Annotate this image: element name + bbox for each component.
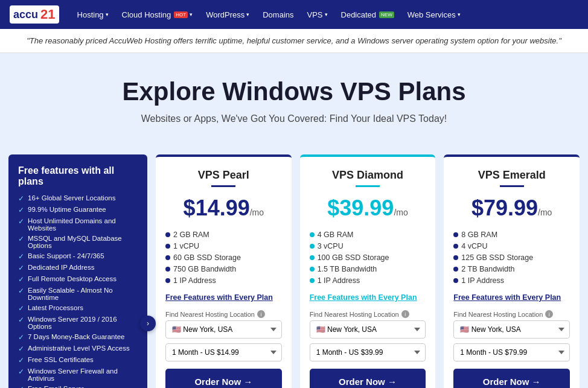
list-item: Free SSL Certificates bbox=[18, 356, 138, 364]
list-item: Host Unlimited Domains and Websites bbox=[18, 217, 138, 232]
dot-icon bbox=[165, 244, 170, 249]
list-item: 125 GB SSD Storage bbox=[453, 253, 570, 262]
list-item: 1 vCPU bbox=[165, 242, 282, 250]
list-item: 8 GB RAM bbox=[453, 231, 570, 239]
sidebar-features-list: 16+ Global Server Locations 99.9% Uptime… bbox=[18, 194, 138, 388]
list-item: 99.9% Uptime Guarantee bbox=[18, 206, 138, 214]
page-title: Explore Windows VPS Plans bbox=[12, 77, 576, 106]
sidebar: Free features with all plans 16+ Global … bbox=[8, 154, 147, 388]
caret-icon: ▾ bbox=[190, 11, 193, 17]
order-button-pearl[interactable]: Order Now → bbox=[165, 369, 282, 388]
list-item: Dedicated IP Address bbox=[18, 264, 138, 272]
tagline: "The reasonably priced AccuWeb Hosting o… bbox=[0, 29, 588, 53]
plan-features-list: 4 GB RAM 3 vCPU 100 GB SSD Storage 1.5 T… bbox=[310, 231, 426, 285]
list-item: 1 IP Address bbox=[165, 276, 282, 285]
new-badge: NEW bbox=[379, 11, 394, 18]
dot-icon bbox=[310, 232, 315, 237]
nearest-label: Find Nearest Hosting Location i bbox=[310, 310, 426, 318]
caret-icon: ▾ bbox=[325, 11, 328, 17]
list-item: Windows Server Firewall and Antivirus bbox=[18, 367, 138, 382]
dot-icon bbox=[165, 278, 170, 283]
nearest-label: Find Nearest Hosting Location i bbox=[453, 310, 570, 318]
list-item: Latest Processors bbox=[18, 304, 138, 313]
nav-cloud-hosting[interactable]: Cloud Hosting HOT ▾ bbox=[116, 7, 199, 23]
info-icon[interactable]: i bbox=[401, 310, 409, 318]
list-item: 100 GB SSD Storage bbox=[310, 253, 426, 262]
list-item: MSSQL and MySQL Database Options bbox=[18, 235, 138, 249]
list-item: 16+ Global Server Locations bbox=[18, 194, 138, 203]
dot-icon bbox=[453, 278, 458, 283]
price-amount: $79.99 bbox=[471, 196, 538, 220]
dot-icon bbox=[453, 232, 458, 237]
caret-icon: ▾ bbox=[458, 11, 461, 17]
list-item: 7 Days Money-Back Guarantee bbox=[18, 333, 138, 342]
plan-name: VPS Emerald bbox=[453, 169, 570, 182]
nav-hosting[interactable]: Hosting ▾ bbox=[71, 7, 115, 23]
nav-menu: Hosting ▾ Cloud Hosting HOT ▾ WordPress … bbox=[71, 7, 467, 23]
nav-vps[interactable]: VPS ▾ bbox=[301, 7, 334, 23]
list-item: Administrative Level VPS Access bbox=[18, 345, 138, 353]
info-icon[interactable]: i bbox=[545, 310, 553, 318]
hot-badge: HOT bbox=[174, 11, 188, 18]
dot-icon bbox=[453, 255, 458, 260]
logo-21: 21 bbox=[40, 7, 55, 22]
dot-icon bbox=[310, 278, 315, 283]
plan-name: VPS Diamond bbox=[310, 169, 426, 182]
free-features-link[interactable]: Free Features with Every Plan bbox=[453, 293, 570, 302]
price-period: /mo bbox=[394, 208, 407, 217]
order-button-emerald[interactable]: Order Now → bbox=[453, 369, 570, 388]
main-nav: accu 21 Hosting ▾ Cloud Hosting HOT ▾ Wo… bbox=[0, 0, 588, 29]
price-period: /mo bbox=[250, 208, 264, 217]
logo[interactable]: accu 21 bbox=[10, 5, 59, 24]
dot-icon bbox=[453, 267, 458, 272]
logo-text: accu bbox=[13, 8, 38, 21]
list-item: Basic Support - 24/7/365 bbox=[18, 252, 138, 261]
dot-icon bbox=[165, 255, 170, 260]
nav-web-services[interactable]: Web Services ▾ bbox=[401, 7, 467, 23]
nav-domains[interactable]: Domains bbox=[257, 7, 299, 23]
order-button-diamond[interactable]: Order Now → bbox=[310, 369, 426, 388]
dot-icon bbox=[165, 232, 170, 237]
list-item: Full Remote Desktop Access bbox=[18, 275, 138, 284]
location-select-pearl[interactable]: 🇺🇸 New York, USA 🇬🇧 London, UK 🇩🇪 Frankf… bbox=[165, 320, 282, 339]
list-item: 1 IP Address bbox=[453, 276, 570, 285]
list-item: 2 TB Bandwidth bbox=[453, 265, 570, 273]
plans-container: VPS Pearl $14.99/mo 2 GB RAM 1 vCPU 60 G… bbox=[156, 154, 580, 388]
location-select-diamond[interactable]: 🇺🇸 New York, USA 🇬🇧 London, UK 🇩🇪 Frankf… bbox=[310, 320, 426, 339]
price-amount: $14.99 bbox=[184, 196, 250, 220]
dot-icon bbox=[310, 255, 315, 260]
plan-name: VPS Pearl bbox=[165, 169, 282, 182]
billing-select-diamond[interactable]: 1 Month - US $39.99 3 Months - US $119.9… bbox=[310, 343, 426, 361]
nav-wordpress[interactable]: WordPress ▾ bbox=[200, 7, 255, 23]
info-icon[interactable]: i bbox=[257, 310, 265, 318]
plan-emerald: VPS Emerald $79.99/mo 8 GB RAM 4 vCPU 12… bbox=[444, 154, 580, 388]
plan-divider bbox=[211, 185, 235, 187]
sidebar-title: Free features with all plans bbox=[18, 165, 138, 187]
list-item: 1.5 TB Bandwidth bbox=[310, 265, 426, 273]
dot-icon bbox=[165, 267, 170, 272]
hero-subtitle: Websites or Apps, We've Got You Covered:… bbox=[12, 113, 576, 124]
plan-diamond: VPS Diamond $39.99/mo 4 GB RAM 3 vCPU 10… bbox=[300, 154, 436, 388]
free-features-link[interactable]: Free Features with Every Plan bbox=[165, 293, 282, 302]
location-select-emerald[interactable]: 🇺🇸 New York, USA 🇬🇧 London, UK 🇩🇪 Frankf… bbox=[453, 320, 570, 339]
price-period: /mo bbox=[538, 208, 552, 217]
plan-price: $14.99/mo bbox=[165, 196, 282, 221]
plan-pearl: VPS Pearl $14.99/mo 2 GB RAM 1 vCPU 60 G… bbox=[156, 154, 292, 388]
hero-section: Explore Windows VPS Plans Websites or Ap… bbox=[0, 53, 588, 142]
plan-divider bbox=[500, 185, 524, 187]
billing-select-pearl[interactable]: 1 Month - US $14.99 3 Months - US $44.97… bbox=[165, 343, 282, 361]
plan-features-list: 2 GB RAM 1 vCPU 60 GB SSD Storage 750 GB… bbox=[165, 231, 282, 285]
list-item: 4 GB RAM bbox=[310, 231, 426, 239]
caret-icon: ▾ bbox=[246, 11, 249, 17]
list-item: 4 vCPU bbox=[453, 242, 570, 250]
free-features-link[interactable]: Free Features with Every Plan bbox=[310, 293, 426, 302]
nav-dedicated[interactable]: Dedicated NEW bbox=[335, 7, 400, 23]
caret-icon: ▾ bbox=[106, 11, 109, 17]
dot-icon bbox=[310, 267, 315, 272]
plan-features-list: 8 GB RAM 4 vCPU 125 GB SSD Storage 2 TB … bbox=[453, 231, 570, 285]
list-item: Easily Scalable - Almost No Downtime bbox=[18, 287, 138, 301]
nearest-label: Find Nearest Hosting Location i bbox=[165, 310, 282, 318]
carousel-next-arrow[interactable]: › bbox=[140, 316, 156, 331]
billing-select-emerald[interactable]: 1 Month - US $79.99 3 Months - US $239.9… bbox=[453, 343, 570, 361]
dot-icon bbox=[310, 244, 315, 249]
